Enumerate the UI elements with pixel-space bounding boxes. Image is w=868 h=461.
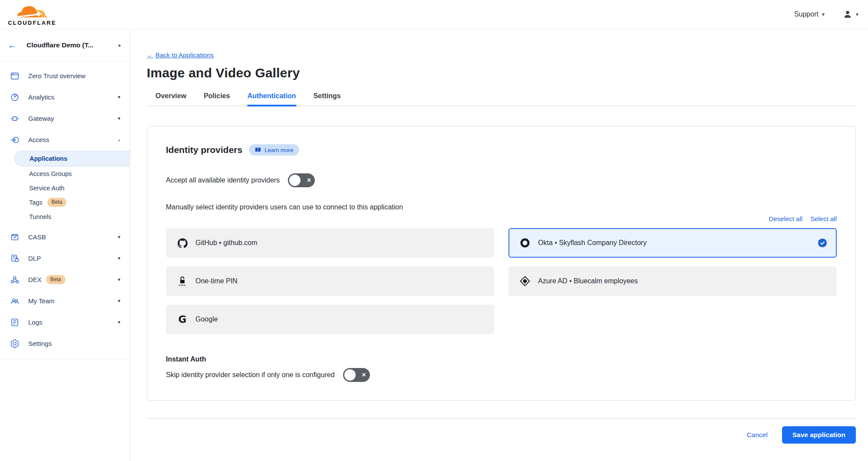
back-to-applications-link[interactable]: ← Back to Applications — [147, 51, 214, 59]
account-switcher[interactable]: ← Cloudflare Demo (T... ▸ — [0, 29, 130, 61]
sidebar-item-gateway[interactable]: Gateway ▾ — [0, 108, 130, 129]
provider-tile-github[interactable]: GitHub • github.com — [166, 228, 494, 258]
provider-tile-okta[interactable]: Okta • Skyflash Company Directory — [508, 228, 837, 258]
provider-tile-google[interactable]: G Google — [166, 305, 494, 334]
toggle-knob — [289, 175, 300, 186]
person-icon — [843, 10, 852, 19]
sidebar-item-label: My Team — [28, 297, 118, 305]
provider-label: Azure AD • Bluecalm employees — [538, 277, 638, 285]
tab-overview[interactable]: Overview — [155, 92, 187, 106]
cloudflare-cloud-icon — [16, 3, 48, 20]
sidebar-subitem-label: Tunnels — [29, 213, 51, 220]
team-icon — [10, 296, 20, 306]
sidebar-nav: Zero Trust overview Analytics ▾ Gateway … — [0, 61, 130, 359]
sidebar-item-dlp[interactable]: DLP ▾ — [0, 248, 130, 269]
sidebar-item-access[interactable]: Access ▴ — [0, 129, 130, 150]
sidebar-item-casb[interactable]: CASB ▾ — [0, 226, 130, 248]
dlp-icon — [10, 254, 20, 263]
chevron-up-icon: ▴ — [118, 137, 120, 143]
provider-tile-one-time-pin[interactable]: One-time PIN — [166, 266, 494, 296]
sidebar-item-my-team[interactable]: My Team ▾ — [0, 290, 130, 312]
github-icon — [177, 238, 188, 248]
access-sub-menu: Applications Access Groups Service Auth … — [0, 151, 130, 224]
sidebar-item-label: Settings — [28, 340, 120, 347]
toggle-off-x-icon: × — [362, 371, 366, 378]
caret-right-icon: ▸ — [119, 42, 121, 48]
sidebar-item-label: Gateway — [28, 115, 118, 122]
top-bar: CLOUDFLARE Support ▾ ▾ — [0, 0, 868, 29]
accept-all-label: Accept all available identity providers — [166, 176, 280, 184]
chevron-down-icon: ▾ — [118, 94, 120, 100]
otp-lock-icon — [177, 275, 188, 287]
account-name: Cloudflare Demo (T... — [26, 41, 119, 49]
sidebar-item-dex[interactable]: DEX Beta ▾ — [0, 269, 130, 290]
access-icon — [10, 135, 20, 145]
user-menu[interactable]: ▾ — [843, 10, 858, 19]
sidebar-item-analytics[interactable]: Analytics ▾ — [0, 86, 130, 108]
selected-check-icon — [818, 238, 827, 248]
cancel-button[interactable]: Cancel — [746, 431, 767, 439]
sidebar-subitem-label: Applications — [30, 155, 67, 162]
book-icon — [254, 146, 261, 153]
tab-settings[interactable]: Settings — [313, 92, 341, 106]
sidebar-item-label: Access — [28, 136, 118, 143]
sidebar-item-label: DEX Beta — [28, 275, 118, 284]
okta-icon — [519, 238, 531, 248]
identity-providers-heading: Identity providers — [166, 145, 242, 155]
provider-grid: GitHub • github.com Okta • Skyflash Comp… — [166, 228, 837, 334]
tab-policies[interactable]: Policies — [203, 92, 230, 106]
chevron-down-icon: ▾ — [118, 277, 120, 282]
sidebar-subitem-label: Service Auth — [29, 185, 64, 192]
sidebar: ← Cloudflare Demo (T... ▸ Zero Trust ove… — [0, 29, 130, 461]
sidebar-item-logs[interactable]: Logs ▾ — [0, 312, 130, 333]
provider-tile-azure-ad[interactable]: Azure AD • Bluecalm employees — [508, 266, 837, 296]
gateway-icon — [10, 114, 20, 123]
back-arrow-icon: ← — [147, 51, 153, 59]
cloudflare-wordmark: CLOUDFLARE — [8, 20, 56, 26]
pie-chart-icon — [10, 93, 20, 102]
provider-label: Okta • Skyflash Company Directory — [538, 239, 647, 247]
azure-ad-icon — [519, 276, 531, 286]
window-icon — [10, 71, 20, 81]
sidebar-item-tags[interactable]: Tags Beta — [0, 195, 130, 209]
sidebar-item-access-groups[interactable]: Access Groups — [0, 166, 130, 181]
chevron-down-icon: ▾ — [118, 255, 120, 261]
toggle-off-x-icon: × — [307, 177, 311, 184]
footer-bar: Cancel Save application — [147, 418, 856, 444]
provider-label: Google — [195, 315, 218, 323]
google-icon: G — [177, 314, 188, 325]
chevron-down-icon: ▾ — [118, 319, 120, 325]
cloudflare-logo[interactable]: CLOUDFLARE — [5, 3, 59, 26]
tab-bar: Overview Policies Authentication Setting… — [147, 92, 856, 106]
caret-down-icon: ▾ — [856, 12, 858, 17]
logs-icon — [10, 318, 20, 327]
sidebar-divider — [0, 359, 130, 359]
sidebar-item-zero-trust-overview[interactable]: Zero Trust overview — [0, 65, 130, 86]
back-link-label: Back to Applications — [155, 51, 214, 59]
sidebar-subitem-label: Tags — [29, 199, 43, 206]
identity-providers-card: Identity providers Learn more Accept all… — [147, 126, 856, 401]
gear-icon — [10, 339, 20, 348]
sidebar-item-tunnels[interactable]: Tunnels — [0, 209, 130, 224]
select-all-link[interactable]: Select all — [810, 215, 837, 222]
sidebar-item-applications[interactable]: Applications — [14, 151, 130, 166]
tab-authentication[interactable]: Authentication — [247, 92, 297, 106]
support-menu[interactable]: Support ▾ — [794, 10, 825, 18]
arrow-left-icon[interactable]: ← — [8, 40, 17, 50]
manual-select-label: Manually select identity providers users… — [166, 203, 837, 211]
sidebar-item-settings[interactable]: Settings — [0, 333, 130, 354]
beta-badge: Beta — [46, 275, 66, 284]
accept-all-toggle[interactable]: × — [288, 173, 315, 187]
page-title: Image and Video Gallery — [147, 66, 856, 80]
sidebar-item-label: Analytics — [28, 93, 118, 101]
dex-icon — [10, 275, 20, 285]
sidebar-subitem-label: Access Groups — [29, 170, 72, 177]
learn-more-badge[interactable]: Learn more — [249, 144, 299, 156]
sidebar-item-service-auth[interactable]: Service Auth — [0, 181, 130, 195]
skip-selection-label: Skip identity provider selection if only… — [166, 371, 335, 379]
save-application-button[interactable]: Save application — [782, 426, 856, 444]
instant-auth-toggle[interactable]: × — [343, 368, 370, 382]
toggle-knob — [344, 369, 356, 381]
sidebar-item-label: DLP — [28, 255, 118, 262]
deselect-all-link[interactable]: Deselect all — [769, 215, 803, 222]
